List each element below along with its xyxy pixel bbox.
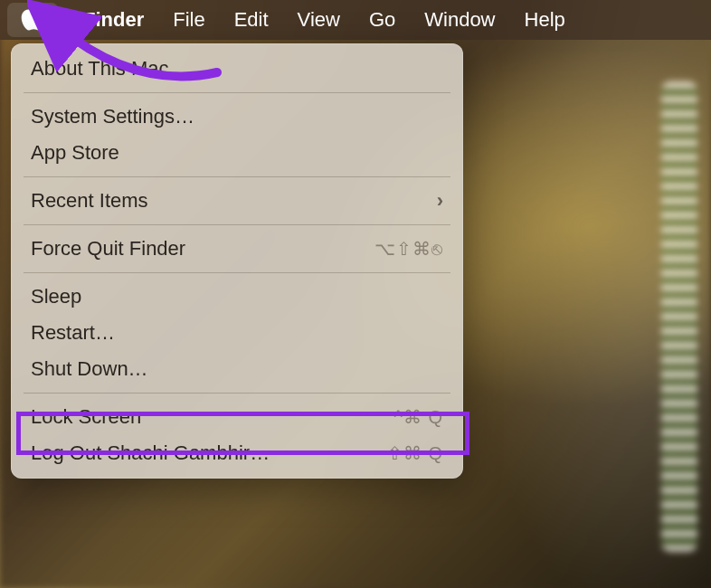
menu-log-out[interactable]: Log Out Shachi Gambhir… ⇧⌘ Q <box>11 435 463 471</box>
menu-label: Force Quit Finder <box>31 237 185 261</box>
menu-label: Sleep <box>31 285 81 308</box>
menu-label: About This Mac <box>31 57 168 81</box>
menubar-window[interactable]: Window <box>410 8 509 32</box>
apple-logo-icon <box>21 5 44 36</box>
menu-label: System Settings… <box>31 105 194 128</box>
menu-about-this-mac[interactable]: About This Mac <box>11 51 463 87</box>
menu-label: Log Out Shachi Gambhir… <box>31 441 270 465</box>
menubar-go[interactable]: Go <box>355 8 410 32</box>
menu-label: Lock Screen <box>31 405 141 429</box>
shortcut-label: ⇧⌘ Q <box>387 442 443 464</box>
shortcut-label: ^⌘ Q <box>394 406 444 428</box>
menu-label: Recent Items <box>31 189 148 213</box>
menu-recent-items[interactable]: Recent Items › <box>11 183 463 219</box>
menu-restart[interactable]: Restart… <box>11 315 463 351</box>
menu-lock-screen[interactable]: Lock Screen ^⌘ Q <box>11 399 463 435</box>
menubar: Finder File Edit View Go Window Help <box>0 0 711 40</box>
menu-separator <box>24 393 450 394</box>
menu-sleep[interactable]: Sleep <box>11 279 463 315</box>
apple-menu-button[interactable] <box>7 3 58 37</box>
apple-menu-dropdown: About This Mac System Settings… App Stor… <box>11 43 463 479</box>
menu-app-store[interactable]: App Store <box>11 135 463 171</box>
menubar-edit[interactable]: Edit <box>220 8 283 32</box>
menu-separator <box>24 176 450 177</box>
menu-system-settings[interactable]: System Settings… <box>11 99 463 135</box>
menu-separator <box>24 272 450 273</box>
menu-force-quit[interactable]: Force Quit Finder ⌥⇧⌘⎋ <box>11 231 463 267</box>
menubar-view[interactable]: View <box>283 8 355 32</box>
menubar-app-name[interactable]: Finder <box>69 8 158 32</box>
menu-shut-down[interactable]: Shut Down… <box>11 351 463 387</box>
menu-label: Shut Down… <box>31 357 148 381</box>
menu-label: App Store <box>31 141 119 165</box>
chevron-right-icon: › <box>437 189 443 213</box>
menubar-help[interactable]: Help <box>510 8 580 32</box>
menu-separator <box>24 224 450 225</box>
menubar-file[interactable]: File <box>158 8 219 32</box>
menu-label: Restart… <box>31 321 115 345</box>
shortcut-label: ⌥⇧⌘⎋ <box>374 238 443 260</box>
menu-separator <box>24 92 450 93</box>
